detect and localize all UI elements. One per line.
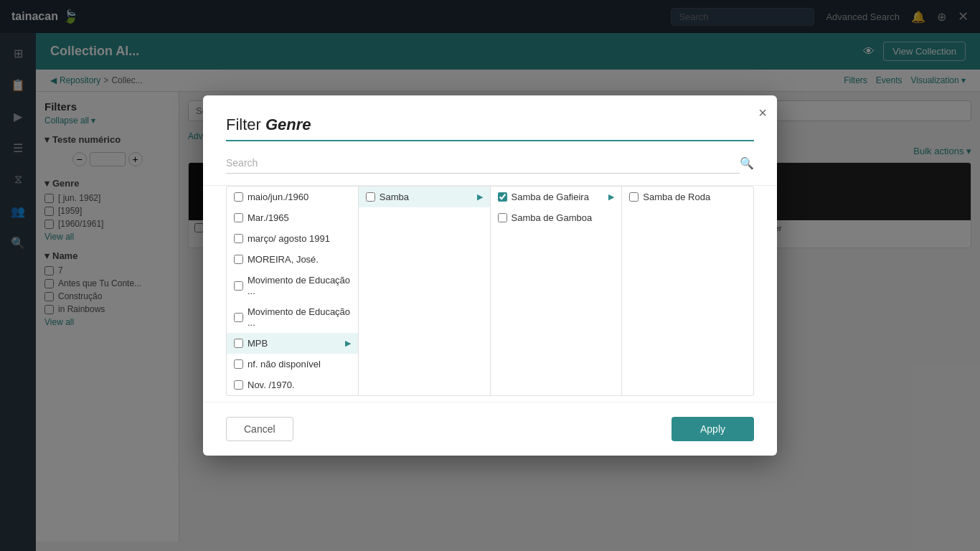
tree-checkbox-col1-7[interactable] [234,359,243,369]
tree-column-4: Samba de Roda [622,187,753,395]
tree-checkbox-col3-1[interactable] [498,213,507,222]
tree-column-1: maio/jun./1960 Mar./1965 março/ agosto 1… [227,187,359,395]
tree-checkbox-col3-0[interactable] [498,192,507,202]
tree-item-col1-5[interactable]: Movimento de Educação ... [227,301,358,333]
tree-item-col1-0[interactable]: maio/jun./1960 [227,187,358,207]
tree-item-col4-0[interactable]: Samba de Roda [622,187,753,207]
modal-search-icon[interactable]: 🔍 [740,156,754,170]
tree-checkbox-col1-0[interactable] [234,192,243,202]
cancel-button[interactable]: Cancel [226,417,293,441]
modal-footer: Cancel Apply [203,402,777,456]
tree-checkbox-col4-0[interactable] [629,192,639,202]
tree-checkbox-col2-0[interactable] [366,192,375,202]
modal-header: Filter Genre [203,95,777,134]
tree-item-col1-6[interactable]: MPB ▶ [227,333,358,354]
tree-arrow-col3-0: ▶ [608,192,614,202]
tree-item-col3-0[interactable]: Samba de Gafieira ▶ [491,187,622,207]
tree-column-3: Samba de Gafieira ▶ Samba de Gamboa [491,187,623,395]
modal-close-button[interactable]: × [758,105,767,120]
tree-checkbox-col1-8[interactable] [234,380,243,390]
tree-checkbox-col1-4[interactable] [234,281,243,291]
tree-checkbox-col1-1[interactable] [234,213,243,222]
modal-tree: maio/jun./1960 Mar./1965 março/ agosto 1… [226,186,754,396]
tree-checkbox-col1-5[interactable] [234,313,243,322]
apply-button[interactable]: Apply [672,417,754,441]
modal-search-bar: 🔍 [203,141,777,186]
modal-title-genre: Genre [265,116,311,133]
tree-arrow-col2-0: ▶ [477,192,483,202]
tree-checkbox-col1-2[interactable] [234,234,243,243]
tree-column-2: Samba ▶ [359,187,491,395]
modal-title: Filter Genre [226,116,311,134]
tree-item-col1-4[interactable]: Movimento de Educação ... [227,270,358,301]
tree-checkbox-col1-3[interactable] [234,255,243,264]
filter-genre-modal: × Filter Genre 🔍 maio/jun./1960 Mar./196… [203,95,777,456]
tree-item-col1-8[interactable]: Nov. /1970. [227,375,358,395]
tree-item-col2-0[interactable]: Samba ▶ [359,187,490,207]
modal-search-input[interactable] [226,153,740,174]
tree-item-col1-1[interactable]: Mar./1965 [227,207,358,228]
tree-item-col1-2[interactable]: março/ agosto 1991 [227,228,358,249]
tree-checkbox-col1-6[interactable] [234,339,243,348]
tree-arrow-col1-6: ▶ [345,339,351,348]
tree-item-col3-1[interactable]: Samba de Gamboa [491,207,622,228]
tree-item-col1-7[interactable]: nf. não disponível [227,354,358,375]
tree-item-col1-3[interactable]: MOREIRA, José. [227,249,358,270]
